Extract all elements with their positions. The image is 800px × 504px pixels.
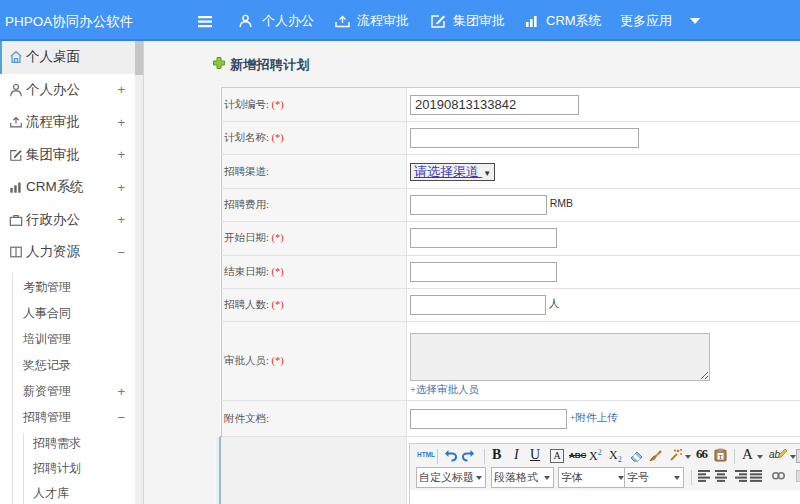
svg-text:T: T: [719, 453, 723, 460]
